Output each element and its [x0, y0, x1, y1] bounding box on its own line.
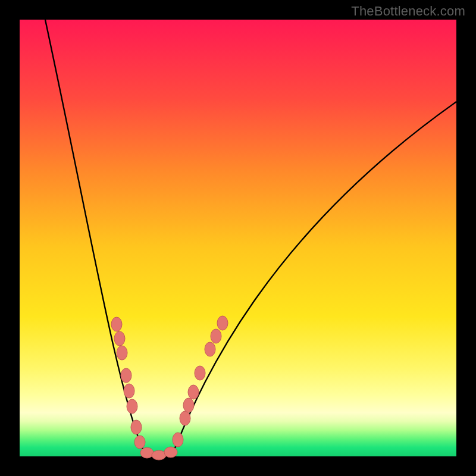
curve-marker [164, 447, 177, 458]
watermark-text: TheBottleneck.com [351, 4, 465, 19]
plot-area [20, 20, 456, 456]
chart-frame: TheBottleneck.com [0, 0, 476, 476]
chart-svg [20, 20, 456, 456]
curve-marker [152, 450, 166, 460]
curve-marker [140, 447, 154, 458]
curve-marker [217, 316, 228, 330]
curve-marker [127, 399, 137, 414]
curve-marker [205, 342, 215, 356]
curve-marker [131, 420, 142, 434]
v-curve-path [45, 20, 456, 456]
curve-marker [134, 436, 145, 449]
curve-marker [114, 331, 125, 346]
curve-marker [124, 384, 134, 398]
curve-marker [173, 433, 183, 447]
curve-marker [195, 366, 205, 380]
curve-marker [211, 329, 221, 343]
marker-group [111, 316, 228, 460]
curve-marker [117, 346, 127, 360]
curve-marker [121, 368, 131, 383]
curve-marker [111, 317, 122, 331]
curve-marker [188, 385, 199, 399]
curve-marker [183, 398, 194, 412]
curve-marker [180, 411, 190, 425]
